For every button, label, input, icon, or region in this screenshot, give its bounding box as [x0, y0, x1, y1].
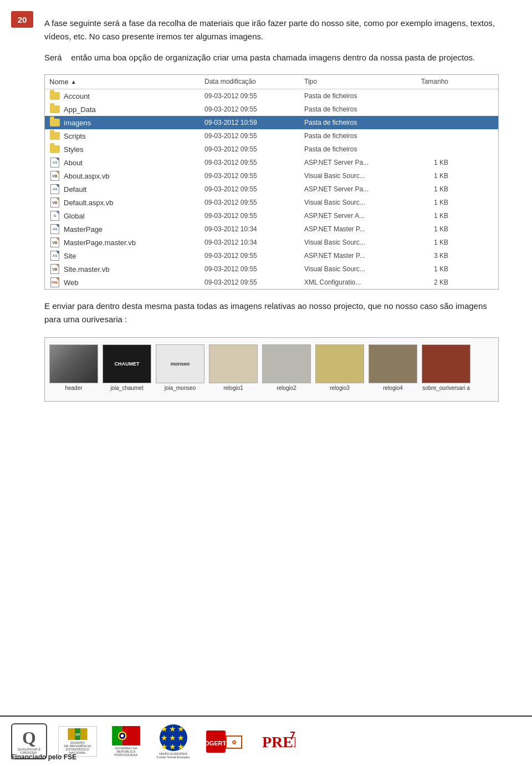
file-name: VB Default.aspx.vb: [49, 197, 204, 207]
file-date: 09-03-2012 10:59: [204, 119, 304, 126]
gallery-thumb: [209, 344, 258, 383]
file-row[interactable]: AS MasterPage 09-03-2012 10:34 ASP.NET M…: [45, 222, 498, 236]
xml-icon: XML: [49, 277, 60, 287]
file-row[interactable]: XML Web 09-03-2012 09:55 XML Configurati…: [45, 276, 498, 289]
file-name: AS Site: [49, 251, 204, 261]
aspnet-icon: AS: [49, 251, 60, 261]
file-name: VB About.aspx.vb: [49, 171, 204, 181]
file-rows: Account 09-03-2012 09:55 Pasta de fichei…: [45, 89, 498, 289]
file-date: 09-03-2012 09:55: [204, 92, 304, 100]
file-type: ASP.NET Server A...: [304, 212, 404, 220]
file-type: Pasta de ficheiros: [304, 92, 404, 100]
file-name: Account: [49, 91, 204, 101]
file-size: 1 KB: [404, 172, 448, 180]
file-name: VB MasterPage.master.vb: [49, 237, 204, 247]
file-row[interactable]: imagens 09-03-2012 10:59 Pasta de fichei…: [45, 116, 498, 129]
file-type: ASP.NET Master P...: [304, 252, 404, 260]
file-row[interactable]: App_Data 09-03-2012 09:55 Pasta de fiche…: [45, 103, 498, 116]
gallery-item: CHAUMET joia_chaumet: [103, 344, 151, 391]
fse-label-container: Financiado pelo FSE: [11, 752, 76, 762]
footer-bar: Q QUALIFICAR É CRESCER. QR QUADRODE REFE…: [0, 716, 532, 766]
file-size: 1 KB: [404, 185, 448, 193]
file-explorer-header: Nome ▲ Data modificação Tipo Tamanho: [45, 75, 498, 89]
gallery-item: sobre_ouriversari a: [422, 344, 470, 391]
gallery-label: joia_chaumet: [110, 385, 143, 391]
file-row[interactable]: AS Default 09-03-2012 09:55 ASP.NET Serv…: [45, 182, 498, 196]
global-icon: G: [49, 211, 60, 221]
file-date: 09-03-2012 09:55: [204, 278, 304, 286]
file-name: Styles: [49, 144, 204, 154]
svg-text:QR: QR: [75, 733, 80, 736]
gallery-thumb: CHAUMET: [103, 344, 151, 383]
folder-icon: [49, 118, 60, 128]
file-date: 09-03-2012 09:55: [204, 105, 304, 113]
gallery-item: relogio4: [369, 344, 417, 391]
portugal-flag-logo: GOVERNO DA REPÚBLICAPORTUGUESA: [108, 726, 144, 757]
file-name: Scripts: [49, 131, 204, 141]
gallery-item: relogio1: [209, 344, 258, 391]
svg-text:DGERT: DGERT: [205, 740, 227, 747]
vb-icon: VB: [49, 197, 60, 207]
file-date: 09-03-2012 10:34: [204, 225, 304, 233]
fse-label: Financiado pelo FSE: [11, 753, 76, 761]
file-row[interactable]: Account 09-03-2012 09:55 Pasta de fichei…: [45, 89, 498, 103]
gallery-label: joia_monseo: [165, 385, 196, 391]
eu-text: UNIÃO EUROPEIAFundo Social Europeu: [157, 752, 190, 759]
file-date: 09-03-2012 09:55: [204, 132, 304, 140]
gallery-images-row: header CHAUMET joia_chaumet monseo joia_…: [49, 344, 470, 391]
image-gallery-section: header CHAUMET joia_chaumet monseo joia_…: [44, 337, 499, 402]
file-date: 09-03-2012 09:55: [204, 145, 304, 153]
file-type: Pasta de ficheiros: [304, 119, 404, 126]
file-row[interactable]: AS About 09-03-2012 09:55 ASP.NET Server…: [45, 156, 498, 169]
file-row[interactable]: VB Site.master.vb 09-03-2012 09:55 Visua…: [45, 262, 498, 276]
file-date: 09-03-2012 09:55: [204, 212, 304, 220]
gallery-item: monseo joia_monseo: [156, 344, 204, 391]
pren-logo: PREN 7: [258, 726, 296, 757]
file-row[interactable]: VB Default.aspx.vb 09-03-2012 09:55 Visu…: [45, 196, 498, 209]
file-name: XML Web: [49, 277, 204, 287]
file-type: ASP.NET Master P...: [304, 225, 404, 233]
main-content: A fase seguinte será a fase da recolha d…: [44, 17, 499, 402]
file-date: 09-03-2012 09:55: [204, 159, 304, 166]
file-type: Pasta de ficheiros: [304, 132, 404, 140]
col-header-size: Tamanho: [404, 78, 448, 86]
paragraph-2: Será então uma boa opção de organização …: [44, 51, 499, 64]
file-row[interactable]: VB MasterPage.master.vb 09-03-2012 10:34…: [45, 236, 498, 249]
file-size: 1 KB: [404, 225, 448, 233]
gallery-label: relogio2: [277, 385, 296, 391]
paragraph-3: E enviar para dentro desta mesma pasta t…: [44, 300, 499, 326]
gallery-thumb: monseo: [156, 344, 204, 383]
file-row[interactable]: G Global 09-03-2012 09:55 ASP.NET Server…: [45, 209, 498, 222]
file-row[interactable]: AS Site 09-03-2012 09:55 ASP.NET Master …: [45, 249, 498, 262]
page-container: 20 A fase seguinte será a fase da recolh…: [0, 0, 532, 766]
file-date: 09-03-2012 09:55: [204, 199, 304, 206]
portugal-text: GOVERNO DA REPÚBLICAPORTUGUESA: [108, 747, 144, 757]
folder-icon: [49, 104, 60, 114]
gallery-label: relogio1: [223, 385, 243, 391]
file-row[interactable]: Styles 09-03-2012 09:55 Pasta de ficheir…: [45, 143, 498, 156]
file-date: 09-03-2012 09:55: [204, 252, 304, 260]
file-size: 3 KB: [404, 252, 448, 260]
file-name: AS MasterPage: [49, 224, 204, 234]
folder-icon: [49, 131, 60, 141]
col-header-date: Data modificação: [204, 78, 304, 86]
col-header-name: Nome ▲: [49, 78, 204, 86]
vb-icon: VB: [49, 237, 60, 247]
file-type: Visual Basic Sourc...: [304, 172, 404, 180]
vb-icon: VB: [49, 264, 60, 274]
file-size: 1 KB: [404, 239, 448, 246]
file-type: ASP.NET Server Pa...: [304, 159, 404, 166]
file-size: 1 KB: [404, 159, 448, 166]
file-row[interactable]: Scripts 09-03-2012 09:55 Pasta de fichei…: [45, 129, 498, 143]
gallery-item: relogio3: [315, 344, 364, 391]
file-size: 2 KB: [404, 278, 448, 286]
svg-text:7: 7: [290, 730, 295, 741]
file-size: 1 KB: [404, 212, 448, 220]
file-row[interactable]: VB About.aspx.vb 09-03-2012 09:55 Visual…: [45, 169, 498, 182]
gallery-thumb: [369, 344, 417, 383]
file-type: Pasta de ficheiros: [304, 105, 404, 113]
gallery-container: header CHAUMET joia_chaumet monseo joia_…: [44, 337, 499, 402]
file-type: Visual Basic Sourc...: [304, 199, 404, 206]
file-name: G Global: [49, 211, 204, 221]
file-type: Visual Basic Sourc...: [304, 265, 404, 273]
